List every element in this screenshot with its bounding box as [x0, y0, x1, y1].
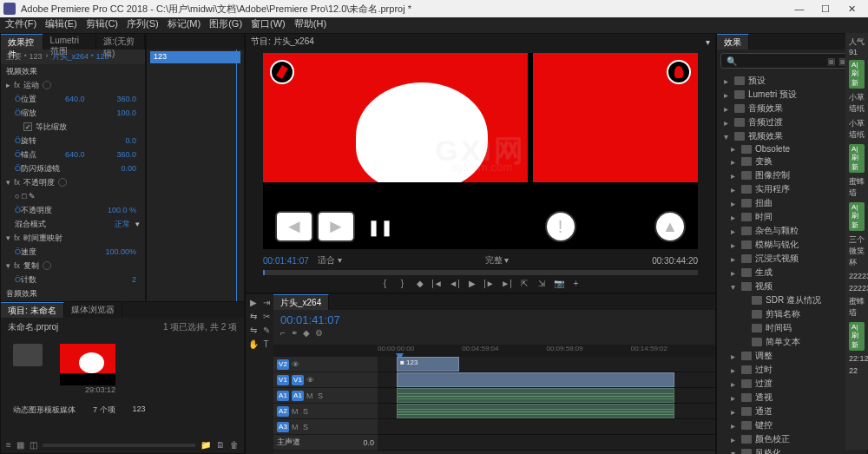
ec-opacity[interactable]: ▾fx不透明度	[1, 175, 145, 189]
goto-out-icon[interactable]: ►|	[501, 277, 513, 289]
track-select-icon[interactable]: ⇥	[260, 296, 272, 308]
ec-blend[interactable]: 混合模式正常▾	[1, 217, 145, 231]
menu-clip[interactable]: 剪辑(C)	[86, 17, 118, 33]
type-tool-icon[interactable]: T	[260, 338, 272, 350]
sidebar-item[interactable]: 蜜蜂墙	[849, 176, 865, 199]
effect-item[interactable]: 时间码	[720, 321, 864, 335]
menu-file[interactable]: 文件(F)	[5, 17, 36, 33]
marker-icon[interactable]: ◆	[414, 277, 426, 289]
full-dropdown[interactable]: 完整 ▾	[485, 254, 510, 266]
effect-folder[interactable]: ▸过渡	[720, 377, 864, 391]
goto-in-icon[interactable]: |◄	[431, 277, 444, 289]
effect-folder[interactable]: ▸预设	[720, 74, 864, 88]
step-fwd-icon[interactable]: |►	[483, 277, 496, 289]
effect-item[interactable]: 简单文本	[720, 335, 864, 349]
slip-tool-icon[interactable]: ⇋	[247, 324, 259, 336]
sidebar-item[interactable]: 三个微笑杯	[849, 234, 865, 268]
effect-folder[interactable]: ▸沉浸式视频	[720, 252, 864, 266]
sidebar-tag[interactable]: A|刷新	[849, 322, 865, 351]
menu-help[interactable]: 帮助(H)	[294, 17, 326, 33]
dropdown-icon[interactable]: ▾	[706, 37, 710, 47]
ec-position[interactable]: Ö位置640.0360.0	[1, 92, 145, 106]
track-v1[interactable]: V1V1👁	[273, 372, 378, 388]
effect-folder[interactable]: ▸图像控制	[720, 168, 864, 182]
effect-folder[interactable]: ▸通道	[720, 405, 864, 418]
track-master[interactable]: 主声道0.0	[273, 435, 378, 451]
timeline-tc[interactable]: 00:01:41:07	[280, 313, 708, 326]
ripple-tool-icon[interactable]: ⇆	[247, 310, 259, 322]
menu-window[interactable]: 窗口(W)	[251, 17, 286, 33]
mark-in-icon[interactable]: {	[379, 277, 391, 289]
sidebar-tag[interactable]: A|刷新	[849, 144, 865, 173]
ec-anchor[interactable]: Ö锚点640.0360.0	[1, 148, 145, 161]
track-v2[interactable]: V2👁	[273, 357, 378, 372]
tab-sequence[interactable]: 片头_x264	[273, 294, 329, 310]
ec-antiflicker[interactable]: Ö防闪烁滤镜0.00	[1, 161, 145, 175]
track-a1[interactable]: A1A1MS	[273, 388, 378, 404]
ec-speed[interactable]: Ö速度100.00%	[1, 245, 145, 259]
tab-project[interactable]: 项目: 未命名	[1, 302, 64, 318]
sidebar-tag[interactable]: A|刷新	[849, 202, 865, 231]
ec-replicate[interactable]: ▾fx复制	[1, 259, 145, 273]
freeform-view-icon[interactable]: ◫	[30, 440, 37, 450]
bc-clip[interactable]: 片头_x264 * 123	[52, 51, 109, 63]
ec-clip[interactable]: 123	[150, 51, 240, 63]
effect-folder[interactable]: ▸扭曲	[720, 196, 864, 210]
close-button[interactable]: ✕	[838, 1, 865, 16]
effect-folder[interactable]: ▸音频效果	[720, 102, 864, 115]
ec-count[interactable]: Ö计数2	[1, 273, 145, 286]
play-icon[interactable]: ▶	[466, 277, 478, 289]
link-icon[interactable]: ⚭	[291, 328, 298, 338]
clip-a2[interactable]	[397, 404, 674, 418]
fx-filter1-icon[interactable]: ▣	[827, 56, 835, 66]
clip-v1[interactable]	[397, 372, 674, 387]
new-bin-icon[interactable]: 📁	[201, 440, 211, 450]
ec-opacity-val[interactable]: Ö不透明度100.0 %	[1, 203, 145, 217]
ec-uniform[interactable]: 等比缩放	[1, 120, 145, 134]
effect-folder[interactable]: ▸Obsolete	[720, 143, 864, 155]
sidebar-item[interactable]: 小草墙纸	[849, 118, 865, 141]
step-back-icon[interactable]: ◄|	[449, 277, 461, 289]
effect-folder[interactable]: ▾风格化	[720, 446, 864, 454]
ec-timeremap[interactable]: ▾fx时间重映射	[1, 231, 145, 245]
effect-folder[interactable]: ▸时间	[720, 210, 864, 224]
sidebar-tag[interactable]: A|刷新	[849, 60, 865, 89]
settings-icon[interactable]: ⚙	[315, 328, 323, 338]
effect-folder[interactable]: ▸生成	[720, 266, 864, 280]
lift-icon[interactable]: ⇱	[518, 277, 530, 289]
hand-tool-icon[interactable]: ✋	[247, 338, 259, 350]
bc-master[interactable]: 主要 * 123	[6, 51, 43, 63]
trash-icon[interactable]: 🗑	[230, 440, 239, 450]
selection-tool-icon[interactable]: ▶	[247, 296, 259, 308]
tab-effects[interactable]: 效果	[717, 34, 749, 49]
tab-lumetri[interactable]: Lumetri 范围	[43, 34, 96, 49]
clip-a1[interactable]	[397, 388, 674, 403]
pen-tool-icon[interactable]: ✎	[260, 324, 272, 336]
video-preview[interactable]: ◄ ► ❚❚ ! ▲ GXI网 .system.com	[263, 53, 698, 249]
maximize-button[interactable]: ☐	[812, 1, 838, 16]
export-frame-icon[interactable]: 📷	[553, 277, 565, 289]
effect-folder[interactable]: ▸模糊与锐化	[720, 238, 864, 252]
scrub-bar[interactable]	[263, 270, 698, 275]
effect-folder[interactable]: ▸颜色校正	[720, 432, 864, 446]
effects-search[interactable]: 🔍 ▣ ▣ ▣	[720, 53, 864, 69]
menu-graphics[interactable]: 图形(G)	[209, 17, 242, 33]
effect-folder[interactable]: ▸实用程序	[720, 182, 864, 196]
effect-folder[interactable]: ▸键控	[720, 418, 864, 432]
effect-folder[interactable]: ▾视频效果	[720, 129, 864, 143]
new-item-icon[interactable]: 🗎	[216, 440, 225, 450]
sidebar-item[interactable]: 蜜蜂墙	[849, 296, 865, 319]
tab-media-browser[interactable]: 媒体浏览器	[64, 302, 122, 318]
track-a3[interactable]: A3MS	[273, 419, 378, 435]
effect-folder[interactable]: ▸杂色与颗粒	[720, 224, 864, 238]
effect-folder[interactable]: ▸过时	[720, 363, 864, 377]
marker-add-icon[interactable]: ◆	[303, 328, 310, 338]
ec-rotation[interactable]: Ö旋转0.0	[1, 134, 145, 148]
effect-folder[interactable]: ▾视频	[720, 280, 864, 293]
list-view-icon[interactable]: ≡	[6, 440, 11, 450]
program-tc[interactable]: 00:01:41:07	[263, 256, 309, 266]
effect-folder[interactable]: ▸音频过渡	[720, 115, 864, 129]
fit-dropdown[interactable]: 适合 ▾	[318, 254, 342, 266]
mark-out-icon[interactable]: }	[397, 277, 409, 289]
clip-v2[interactable]: ■ 123	[397, 357, 459, 372]
